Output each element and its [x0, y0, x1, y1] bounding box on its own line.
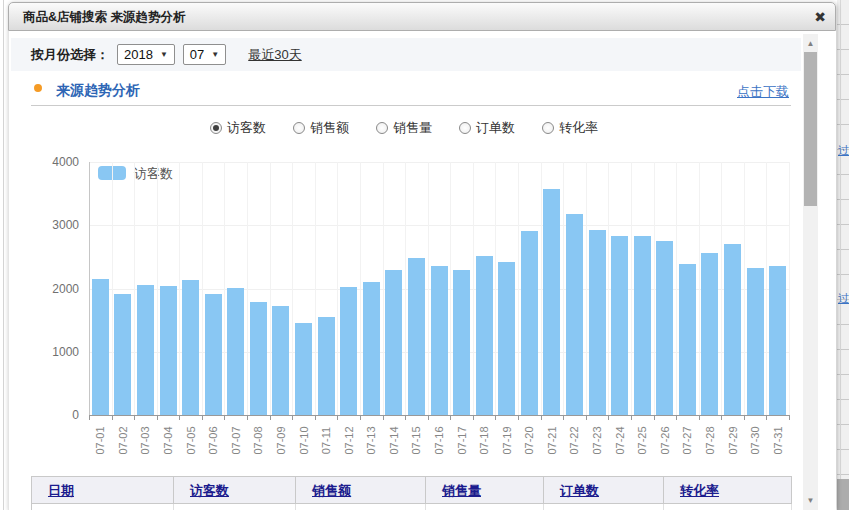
table-cell [296, 504, 426, 510]
x-axis-tick [224, 416, 225, 420]
y-axis-line [89, 162, 90, 415]
bar [634, 236, 651, 415]
radio-label: 访客数 [227, 119, 266, 137]
bar [295, 323, 312, 415]
metric-radio-option[interactable]: 访客数 [210, 119, 266, 137]
bar [611, 236, 628, 415]
grid-line-vertical [721, 162, 722, 415]
x-axis-label: 07-23 [591, 421, 604, 461]
grid-line-vertical [360, 162, 361, 415]
month-select-label: 按月份选择： [31, 46, 109, 64]
table-header-row: 日期访客数销售额销售量订单数转化率 [31, 476, 792, 504]
x-axis-label: 07-16 [433, 421, 446, 461]
grid-line-vertical [383, 162, 384, 415]
table-header-cell[interactable]: 销售额 [296, 476, 426, 504]
bar [272, 306, 289, 415]
x-axis-tick [495, 416, 496, 420]
scroll-up-icon[interactable]: ▲ [803, 39, 818, 48]
x-axis-label: 07-09 [274, 421, 287, 461]
radio-label: 转化率 [559, 119, 598, 137]
y-axis-label: 0 [39, 408, 79, 422]
grid-line-vertical [157, 162, 158, 415]
year-select[interactable]: 2018 ▼ [117, 44, 175, 65]
x-axis-label: 07-02 [116, 421, 129, 461]
x-axis-tick [721, 416, 722, 420]
grid-line-vertical [270, 162, 271, 415]
bar [453, 270, 470, 415]
grid-line-horizontal [89, 225, 789, 226]
metric-radio-option[interactable]: 销售额 [293, 119, 349, 137]
bar [137, 285, 154, 415]
x-axis-tick [247, 416, 248, 420]
month-select[interactable]: 07 ▼ [183, 44, 226, 65]
x-axis-label: 07-01 [94, 421, 107, 461]
grid-line-vertical [541, 162, 542, 415]
x-axis-label: 07-26 [658, 421, 671, 461]
x-axis-label: 07-18 [478, 421, 491, 461]
bar [679, 264, 696, 415]
x-axis-label: 07-27 [681, 421, 694, 461]
table-header-cell[interactable]: 转化率 [664, 476, 792, 504]
table-header-cell[interactable]: 销售量 [426, 476, 544, 504]
table-cell [426, 504, 544, 510]
x-axis-label: 07-05 [184, 421, 197, 461]
scroll-down-icon[interactable]: ▼ [803, 496, 818, 505]
y-axis-label: 4000 [39, 155, 79, 169]
x-axis-label: 07-11 [320, 421, 333, 461]
table-header-cell[interactable]: 访客数 [174, 476, 296, 504]
x-axis-label: 07-08 [252, 421, 265, 461]
dialog-title: 商品&店铺搜索 来源趋势分析 [23, 3, 186, 31]
chevron-down-icon: ▼ [160, 50, 168, 59]
table-header-cell[interactable]: 订单数 [544, 476, 664, 504]
metric-radio-option[interactable]: 转化率 [542, 119, 598, 137]
bar [566, 214, 583, 415]
x-axis-tick [383, 416, 384, 420]
dialog-body: 按月份选择： 2018 ▼ 07 ▼ 最近30天 来源趋势分析 点击下载 访客数… [8, 31, 836, 510]
y-axis-label: 2000 [39, 282, 79, 296]
legend-label: 访客数 [134, 165, 173, 183]
close-icon[interactable]: ✖ [811, 8, 829, 26]
grid-line-vertical [495, 162, 496, 415]
screen: 过 过 商品&店铺搜索 来源趋势分析 ✖ 按月份选择： 2018 ▼ 07 ▼ … [0, 0, 849, 510]
x-axis-tick [518, 416, 519, 420]
x-axis-label: 07-22 [568, 421, 581, 461]
bar [114, 294, 131, 415]
x-axis-tick [450, 416, 451, 420]
grid-line-vertical [518, 162, 519, 415]
bar [227, 288, 244, 415]
bar [747, 268, 764, 415]
data-table: 日期访客数销售额销售量订单数转化率 [31, 476, 792, 510]
background-link-fragment: 过 [838, 143, 849, 158]
metric-radio-option[interactable]: 订单数 [459, 119, 515, 137]
x-axis-tick [563, 416, 564, 420]
recent-30-days-link[interactable]: 最近30天 [248, 46, 301, 64]
scrollbar-thumb[interactable] [804, 52, 817, 206]
x-axis-line [89, 415, 790, 416]
x-axis-label: 07-07 [229, 421, 242, 461]
x-axis-label: 07-14 [387, 421, 400, 461]
download-link[interactable]: 点击下载 [737, 83, 789, 101]
table-row [31, 504, 792, 510]
x-axis-label: 07-04 [162, 421, 175, 461]
grid-line-vertical [586, 162, 587, 415]
bar [340, 287, 357, 415]
grid-line-vertical [337, 162, 338, 415]
x-axis-label: 07-17 [455, 421, 468, 461]
x-axis-tick [654, 416, 655, 420]
month-filter-bar: 按月份选择： 2018 ▼ 07 ▼ 最近30天 [11, 38, 801, 71]
metric-radio-option[interactable]: 销售量 [376, 119, 432, 137]
grid-line-vertical [179, 162, 180, 415]
bar [769, 266, 786, 415]
table-header-cell[interactable]: 日期 [31, 476, 174, 504]
grid-line-vertical [676, 162, 677, 415]
grid-line-vertical [631, 162, 632, 415]
vertical-scrollbar[interactable]: ▲ ▼ [803, 34, 818, 510]
radio-label: 订单数 [476, 119, 515, 137]
x-axis-tick [202, 416, 203, 420]
y-axis-label: 3000 [39, 218, 79, 232]
metric-radio-group: 访客数销售额销售量订单数转化率 [9, 118, 799, 138]
x-axis-tick [541, 416, 542, 420]
legend-swatch [98, 166, 126, 180]
grid-line-vertical [112, 162, 113, 415]
bar [543, 189, 560, 415]
